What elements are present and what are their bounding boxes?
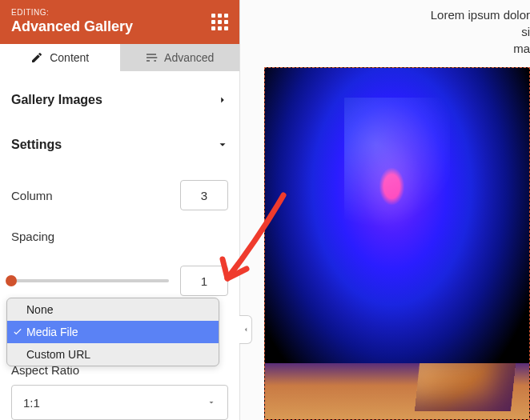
aspect-ratio-value: 1:1	[23, 396, 40, 410]
spacing-slider[interactable]	[11, 279, 169, 282]
tab-content[interactable]: Content	[0, 44, 120, 72]
lorem-line-1: Lorem ipsum dolor si	[426, 6, 530, 40]
sliders-icon	[145, 51, 158, 64]
section-gallery-images[interactable]: Gallery Images	[11, 82, 228, 118]
gallery-preview-canvas[interactable]	[264, 67, 530, 420]
dropdown-option-custom-url[interactable]: Custom URL	[7, 343, 219, 366]
lorem-line-2: ma	[426, 40, 530, 57]
editing-label: EDITING:	[11, 8, 133, 17]
tab-advanced[interactable]: Advanced	[120, 44, 240, 72]
field-spacing: Spacing	[11, 230, 228, 243]
column-label: Column	[11, 189, 53, 202]
spacing-slider-thumb[interactable]	[6, 275, 17, 286]
section-settings-label: Settings	[11, 138, 62, 152]
drag-handle-icon[interactable]	[211, 14, 228, 30]
panel-title: Advanced Gallery	[11, 18, 133, 35]
field-column: Column	[11, 180, 228, 210]
preview-area: Lorem ipsum dolor si ma	[240, 0, 530, 420]
dropdown-option-media-file-label: Media File	[26, 326, 78, 338]
spacing-label: Spacing	[11, 230, 54, 243]
dropdown-option-media-file[interactable]: Media File	[7, 321, 219, 343]
lorem-text: Lorem ipsum dolor si ma	[426, 6, 530, 57]
check-icon	[12, 326, 23, 337]
tab-advanced-label: Advanced	[164, 51, 214, 64]
pencil-icon	[30, 51, 43, 64]
dropdown-option-none-label: None	[26, 303, 53, 316]
tab-content-label: Content	[50, 51, 89, 64]
column-input[interactable]	[180, 180, 228, 210]
panel-header: EDITING: Advanced Gallery	[0, 0, 239, 44]
dropdown-option-custom-url-label: Custom URL	[26, 348, 90, 361]
link-to-dropdown: None Media File Custom URL	[6, 298, 219, 366]
aspect-ratio-select[interactable]: 1:1	[11, 385, 228, 420]
section-settings[interactable]: Settings	[11, 127, 228, 162]
chevron-left-icon	[242, 326, 250, 334]
panel-collapse-handle[interactable]	[239, 315, 252, 344]
spacing-input[interactable]	[180, 266, 228, 296]
gallery-image-statue	[265, 68, 529, 364]
section-gallery-images-label: Gallery Images	[11, 93, 102, 107]
dropdown-option-none[interactable]: None	[7, 298, 219, 321]
chevron-down-icon	[217, 139, 228, 150]
caret-down-icon	[207, 398, 216, 407]
editor-panel: EDITING: Advanced Gallery Content Advanc…	[0, 0, 240, 420]
chevron-right-icon	[217, 94, 228, 106]
gallery-image-cubes	[265, 363, 529, 419]
tabs: Content Advanced	[0, 44, 239, 72]
